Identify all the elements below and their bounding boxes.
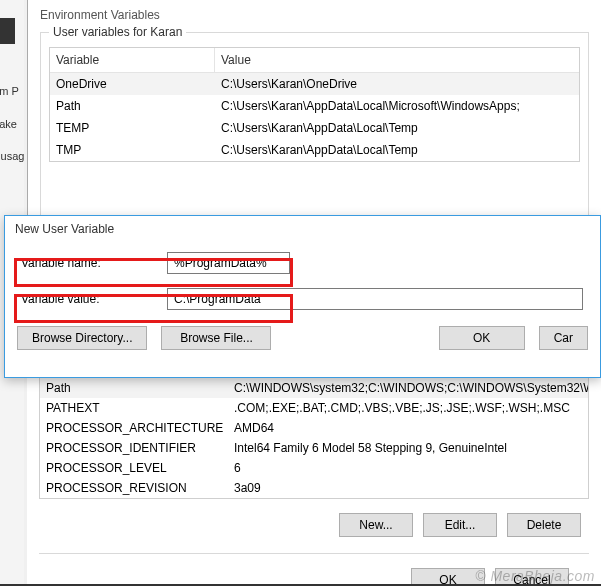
new-user-variable-dialog: New User Variable Variable name: Variabl… <box>4 215 601 378</box>
header-value[interactable]: Value <box>215 48 579 72</box>
cell-variable: PROCESSOR_LEVEL <box>40 458 228 478</box>
cell-variable: Path <box>40 378 228 398</box>
cell-variable: TMP <box>50 139 215 161</box>
table-row[interactable]: Path C:\Users\Karan\AppData\Local\Micros… <box>50 95 579 117</box>
table-row[interactable]: PROCESSOR_LEVEL 6 <box>40 458 588 478</box>
browse-directory-button[interactable]: Browse Directory... <box>17 326 147 350</box>
cell-variable: PROCESSOR_IDENTIFIER <box>40 438 228 458</box>
delete-button[interactable]: Delete <box>507 513 581 537</box>
variable-value-row: Variable value: <box>5 284 600 314</box>
dialog-title: New User Variable <box>5 216 600 248</box>
variable-name-label: Variable name: <box>17 256 167 270</box>
browse-file-button[interactable]: Browse File... <box>161 326 271 350</box>
parent-text-fragment: tem P <box>0 85 19 97</box>
cell-variable: PROCESSOR_ARCHITECTURE <box>40 418 228 438</box>
cell-variable: OneDrive <box>50 73 215 95</box>
cell-value: AMD64 <box>228 418 588 438</box>
variable-name-row: Variable name: <box>5 248 600 278</box>
cancel-button[interactable]: Car <box>539 326 588 350</box>
parent-text-fragment: make <box>0 118 17 130</box>
cell-variable: PATHEXT <box>40 398 228 418</box>
cell-value: C:\WINDOWS\system32;C:\WINDOWS;C:\WINDOW… <box>228 378 588 398</box>
table-row[interactable]: TMP C:\Users\Karan\AppData\Local\Temp <box>50 139 579 161</box>
table-row[interactable]: PROCESSOR_IDENTIFIER Intel64 Family 6 Mo… <box>40 438 588 458</box>
table-row[interactable]: PROCESSOR_REVISION 3a09 <box>40 478 588 498</box>
cell-value: 3a09 <box>228 478 588 498</box>
system-variables-table[interactable]: Path C:\WINDOWS\system32;C:\WINDOWS;C:\W… <box>39 378 589 499</box>
new-button[interactable]: New... <box>339 513 413 537</box>
parent-dark-block <box>0 18 15 44</box>
cell-value: Intel64 Family 6 Model 58 Stepping 9, Ge… <box>228 438 588 458</box>
cell-variable: PROCESSOR_REVISION <box>40 478 228 498</box>
header-variable[interactable]: Variable <box>50 48 215 72</box>
user-variables-legend: User variables for Karan <box>49 25 186 39</box>
table-row[interactable]: PATHEXT .COM;.EXE;.BAT;.CMD;.VBS;.VBE;.J… <box>40 398 588 418</box>
variable-value-input[interactable] <box>167 288 583 310</box>
variable-value-label: Variable value: <box>17 292 167 306</box>
user-variables-table[interactable]: Variable Value OneDrive C:\Users\Karan\O… <box>49 47 580 162</box>
table-row[interactable]: Path C:\WINDOWS\system32;C:\WINDOWS;C:\W… <box>40 378 588 398</box>
cell-value: C:\Users\Karan\OneDrive <box>215 73 579 95</box>
cell-variable: TEMP <box>50 117 215 139</box>
ok-button[interactable]: OK <box>411 568 485 586</box>
watermark: © MeraBheja.com <box>475 568 595 584</box>
parent-text-fragment: y usag <box>0 150 24 162</box>
variable-name-input[interactable] <box>167 252 290 274</box>
system-variables-section: Path C:\WINDOWS\system32;C:\WINDOWS;C:\W… <box>27 378 601 586</box>
cell-value: C:\Users\Karan\AppData\Local\Temp <box>215 117 579 139</box>
cell-value: .COM;.EXE;.BAT;.CMD;.VBS;.VBE;.JS;.JSE;.… <box>228 398 588 418</box>
cell-value: C:\Users\Karan\AppData\Local\Temp <box>215 139 579 161</box>
system-variables-buttons: New... Edit... Delete <box>39 499 589 547</box>
ok-button[interactable]: OK <box>439 326 525 350</box>
dialog-button-row: Browse Directory... Browse File... OK Ca… <box>5 314 600 350</box>
table-row[interactable]: TEMP C:\Users\Karan\AppData\Local\Temp <box>50 117 579 139</box>
table-row[interactable]: OneDrive C:\Users\Karan\OneDrive <box>50 73 579 95</box>
table-header: Variable Value <box>50 48 579 73</box>
cell-value: C:\Users\Karan\AppData\Local\Microsoft\W… <box>215 95 579 117</box>
user-variables-groupbox: User variables for Karan Variable Value … <box>40 32 589 216</box>
table-row[interactable]: PROCESSOR_ARCHITECTURE AMD64 <box>40 418 588 438</box>
cell-value: 6 <box>228 458 588 478</box>
edit-button[interactable]: Edit... <box>423 513 497 537</box>
cell-variable: Path <box>50 95 215 117</box>
